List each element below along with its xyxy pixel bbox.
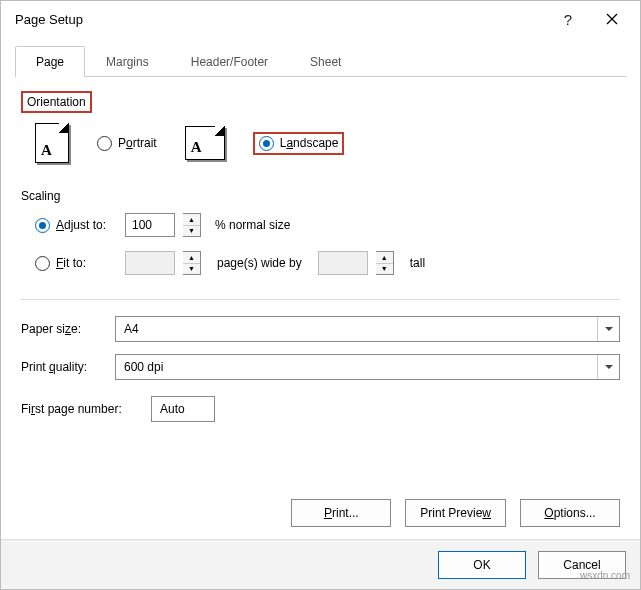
fit-tall-spinner[interactable]: ▲▼ bbox=[376, 251, 394, 275]
ok-button[interactable]: OK bbox=[438, 551, 526, 579]
tab-sheet[interactable]: Sheet bbox=[289, 46, 362, 77]
radio-icon bbox=[97, 136, 112, 151]
fit-suffix-label: tall bbox=[410, 256, 425, 270]
adjust-to-label: Adjust to: bbox=[56, 218, 106, 232]
tab-header-footer[interactable]: Header/Footer bbox=[170, 46, 289, 77]
paper-size-value: A4 bbox=[124, 322, 139, 336]
landscape-label: Landscape bbox=[280, 136, 339, 150]
tab-margins[interactable]: Margins bbox=[85, 46, 170, 77]
fit-wide-input[interactable] bbox=[125, 251, 175, 275]
print-button[interactable]: Print... bbox=[291, 499, 391, 527]
landscape-radio[interactable]: Landscape bbox=[259, 136, 339, 151]
watermark: wsxdn.com bbox=[580, 570, 630, 581]
orientation-label: Orientation bbox=[21, 91, 92, 113]
fit-tall-input[interactable] bbox=[318, 251, 368, 275]
landscape-icon: A bbox=[185, 126, 225, 160]
adjust-to-radio[interactable]: Adjust to: bbox=[35, 218, 125, 233]
paper-size-select[interactable]: A4 bbox=[115, 316, 620, 342]
fit-to-label: Fit to: bbox=[56, 256, 86, 270]
dialog-footer: OK Cancel bbox=[1, 539, 640, 589]
adjust-to-suffix: % normal size bbox=[215, 218, 290, 232]
tab-page[interactable]: Page bbox=[15, 46, 85, 77]
tabstrip: Page Margins Header/Footer Sheet bbox=[15, 45, 626, 77]
radio-icon bbox=[259, 136, 274, 151]
dialog-title: Page Setup bbox=[15, 12, 546, 27]
scaling-label: Scaling bbox=[21, 189, 620, 203]
fit-to-radio[interactable]: Fit to: bbox=[35, 256, 125, 271]
fit-wide-spinner[interactable]: ▲▼ bbox=[183, 251, 201, 275]
first-page-input[interactable] bbox=[151, 396, 215, 422]
portrait-icon: A bbox=[35, 123, 69, 163]
close-icon bbox=[606, 13, 618, 25]
print-quality-value: 600 dpi bbox=[124, 360, 163, 374]
print-quality-select[interactable]: 600 dpi bbox=[115, 354, 620, 380]
portrait-radio[interactable]: Portrait bbox=[97, 136, 157, 151]
chevron-down-icon bbox=[597, 317, 619, 341]
first-page-label: First page number: bbox=[21, 402, 151, 416]
radio-icon bbox=[35, 218, 50, 233]
page-setup-dialog: Page Setup ? Page Margins Header/Footer … bbox=[0, 0, 641, 590]
radio-icon bbox=[35, 256, 50, 271]
help-button[interactable]: ? bbox=[546, 4, 590, 34]
print-quality-label: Print quality: bbox=[21, 360, 115, 374]
chevron-down-icon bbox=[597, 355, 619, 379]
paper-size-label: Paper size: bbox=[21, 322, 115, 336]
close-button[interactable] bbox=[590, 4, 634, 34]
print-preview-button[interactable]: Print Preview bbox=[405, 499, 506, 527]
options-button[interactable]: Options... bbox=[520, 499, 620, 527]
titlebar: Page Setup ? bbox=[1, 1, 640, 37]
adjust-to-spinner[interactable]: ▲▼ bbox=[183, 213, 201, 237]
adjust-to-input[interactable] bbox=[125, 213, 175, 237]
portrait-label: Portrait bbox=[118, 136, 157, 150]
fit-mid-label: page(s) wide by bbox=[217, 256, 302, 270]
